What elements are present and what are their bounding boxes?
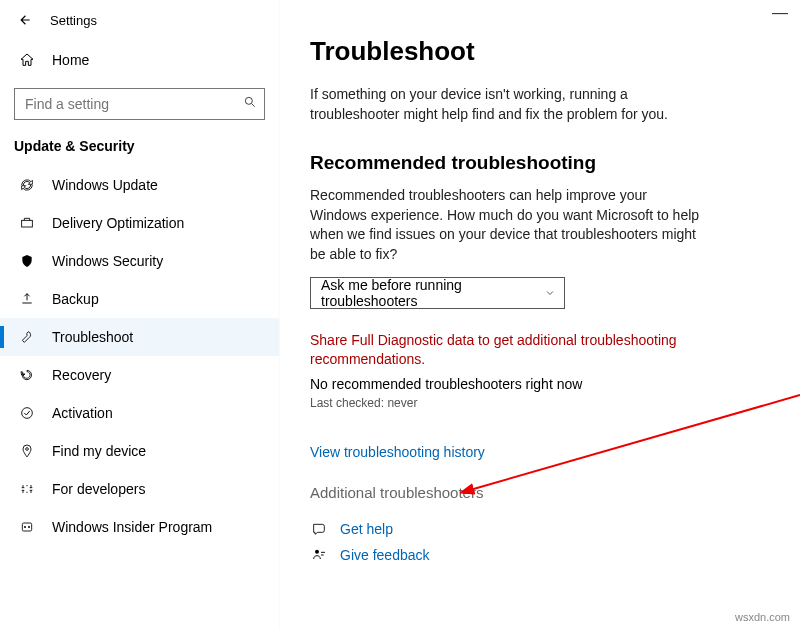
svg-point-3 xyxy=(22,408,33,419)
shield-icon xyxy=(18,253,36,269)
sidebar-label: Windows Insider Program xyxy=(52,519,212,535)
sidebar-label: Windows Security xyxy=(52,253,163,269)
sync-icon xyxy=(18,177,36,193)
location-icon xyxy=(18,443,36,459)
sidebar-label: Recovery xyxy=(52,367,111,383)
troubleshoot-dropdown[interactable]: Ask me before running troubleshooters xyxy=(310,277,565,309)
svg-point-8 xyxy=(315,549,319,553)
svg-line-1 xyxy=(252,104,255,107)
home-nav[interactable]: Home xyxy=(0,40,279,80)
recommended-heading: Recommended troubleshooting xyxy=(310,152,770,174)
insider-icon xyxy=(18,519,36,535)
sidebar-item-delivery-optimization[interactable]: Delivery Optimization xyxy=(0,204,279,242)
sidebar-label: Troubleshoot xyxy=(52,329,133,345)
svg-rect-2 xyxy=(22,220,33,227)
home-icon xyxy=(18,52,36,68)
svg-point-0 xyxy=(245,97,252,104)
sidebar-label: Delivery Optimization xyxy=(52,215,184,231)
sidebar-item-recovery[interactable]: Recovery xyxy=(0,356,279,394)
sidebar-item-troubleshoot[interactable]: Troubleshoot xyxy=(0,318,279,356)
app-title: Settings xyxy=(50,13,97,28)
minimize-button[interactable]: — xyxy=(772,4,788,22)
sidebar-item-windows-update[interactable]: Windows Update xyxy=(0,166,279,204)
sidebar-label: Backup xyxy=(52,291,99,307)
search-field[interactable] xyxy=(14,88,265,120)
sidebar-item-windows-security[interactable]: Windows Security xyxy=(0,242,279,280)
svg-rect-5 xyxy=(22,523,31,531)
get-help-icon xyxy=(310,521,328,537)
page-title: Troubleshoot xyxy=(310,36,770,67)
diagnostic-warning: Share Full Diagnostic data to get additi… xyxy=(310,331,690,370)
developers-icon xyxy=(18,481,36,497)
page-intro: If something on your device isn't workin… xyxy=(310,85,700,124)
sidebar-item-backup[interactable]: Backup xyxy=(0,280,279,318)
troubleshoot-icon xyxy=(18,329,36,345)
home-label: Home xyxy=(52,52,89,68)
recommended-text: Recommended troubleshooters can help imp… xyxy=(310,186,700,264)
last-checked: Last checked: never xyxy=(310,396,770,410)
recovery-icon xyxy=(18,367,36,383)
history-link[interactable]: View troubleshooting history xyxy=(310,444,485,460)
sidebar-label: For developers xyxy=(52,481,145,497)
feedback-icon xyxy=(310,547,328,563)
svg-point-6 xyxy=(24,526,26,528)
activation-icon xyxy=(18,405,36,421)
dropdown-value: Ask me before running troubleshooters xyxy=(321,277,544,309)
section-title: Update & Security xyxy=(0,138,279,166)
sidebar-label: Activation xyxy=(52,405,113,421)
sidebar-label: Find my device xyxy=(52,443,146,459)
sidebar-item-find-my-device[interactable]: Find my device xyxy=(0,432,279,470)
watermark: wsxdn.com xyxy=(735,611,790,623)
search-input[interactable] xyxy=(14,88,265,120)
sidebar-item-windows-insider[interactable]: Windows Insider Program xyxy=(0,508,279,546)
get-help-link[interactable]: Get help xyxy=(340,521,393,537)
sidebar-label: Windows Update xyxy=(52,177,158,193)
svg-point-7 xyxy=(28,526,30,528)
back-button[interactable] xyxy=(10,5,40,35)
delivery-icon xyxy=(18,215,36,231)
svg-point-4 xyxy=(26,448,29,451)
search-icon xyxy=(243,95,257,109)
sidebar-item-activation[interactable]: Activation xyxy=(0,394,279,432)
additional-troubleshooters[interactable]: Additional troubleshooters xyxy=(310,484,770,501)
give-feedback-link[interactable]: Give feedback xyxy=(340,547,430,563)
backup-icon xyxy=(18,291,36,307)
chevron-down-icon xyxy=(544,287,556,299)
sidebar-item-for-developers[interactable]: For developers xyxy=(0,470,279,508)
no-recommended-text: No recommended troubleshooters right now xyxy=(310,376,770,392)
